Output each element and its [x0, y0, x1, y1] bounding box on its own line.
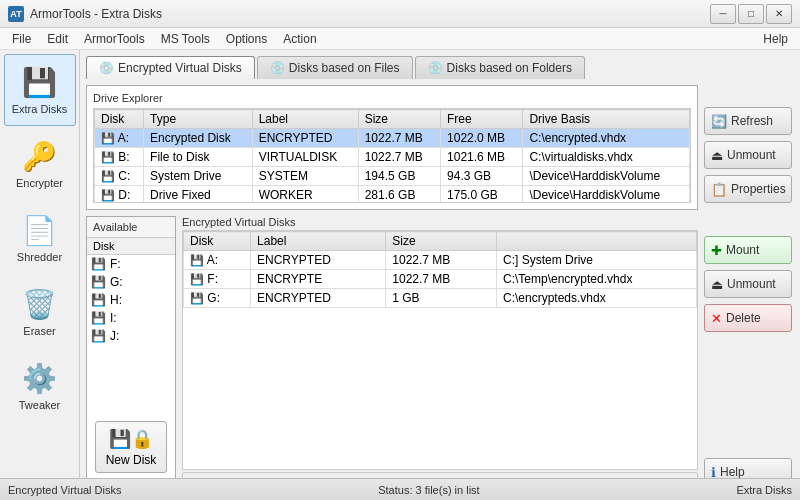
- drive-type: Drive Fixed: [144, 186, 253, 204]
- disk-letter: G:: [110, 275, 123, 289]
- encrypted-disks-panel: Encrypted Virtual Disks Disk Label Size: [182, 216, 698, 486]
- properties-label: Properties: [731, 182, 786, 196]
- available-disk-item[interactable]: 💾G:: [87, 273, 175, 291]
- drive-table-row[interactable]: 💾 D: Drive Fixed WORKER 281.6 GB 175.0 G…: [95, 186, 690, 204]
- drive-free: 175.0 GB: [441, 186, 523, 204]
- shredder-icon: 📄: [22, 214, 57, 247]
- enc-label: ENCRYPTE: [251, 270, 386, 289]
- unmount-icon: ⏏: [711, 277, 723, 292]
- enc-col-disk[interactable]: Disk: [184, 232, 251, 251]
- tweaker-icon: ⚙️: [22, 362, 57, 395]
- col-disk[interactable]: Disk: [95, 110, 144, 129]
- enc-table-scroll[interactable]: Disk Label Size 💾 A: ENCRYPTED 1022.7 MB…: [182, 230, 698, 470]
- eraser-icon: 🗑️: [22, 288, 57, 321]
- spacer: [704, 338, 794, 452]
- sidebar-label-extra-disks: Extra Disks: [12, 103, 68, 115]
- enc-col-label[interactable]: Label: [251, 232, 386, 251]
- drive-type: Encrypted Disk: [144, 129, 253, 148]
- title-text: ArmorTools - Extra Disks: [30, 7, 162, 21]
- refresh-button[interactable]: 🔄 Refresh: [704, 107, 792, 135]
- tab-encrypted-virtual-label: Encrypted Virtual Disks: [118, 61, 242, 75]
- delete-button[interactable]: ✕ Delete: [704, 304, 792, 332]
- available-title: Available: [87, 217, 175, 238]
- minimize-button[interactable]: ─: [710, 4, 736, 24]
- menu-file[interactable]: File: [4, 30, 39, 48]
- drive-table-row[interactable]: 💾 B: File to Disk VIRTUALDISK 1022.7 MB …: [95, 148, 690, 167]
- available-list[interactable]: 💾F:💾G:💾H:💾I:💾J:: [87, 255, 175, 409]
- drive-disk: 💾 A:: [95, 129, 144, 148]
- menu-mstools[interactable]: MS Tools: [153, 30, 218, 48]
- menu-items: File Edit ArmorTools MS Tools Options Ac…: [4, 30, 325, 48]
- menu-action[interactable]: Action: [275, 30, 324, 48]
- col-size[interactable]: Size: [358, 110, 440, 129]
- maximize-button[interactable]: □: [738, 4, 764, 24]
- properties-button[interactable]: 📋 Properties: [704, 175, 792, 203]
- drive-explorer-title: Drive Explorer: [93, 92, 691, 104]
- mount-button[interactable]: ✚ Mount: [704, 236, 792, 264]
- col-label[interactable]: Label: [252, 110, 358, 129]
- sidebar-item-tweaker[interactable]: ⚙️ Tweaker: [4, 350, 76, 422]
- top-right-buttons: 🔄 Refresh ⏏ Unmount 📋 Properties: [704, 85, 794, 210]
- drive-label: ENCRYPTED: [252, 129, 358, 148]
- close-button[interactable]: ✕: [766, 4, 792, 24]
- drive-table-row[interactable]: 💾 C: System Drive SYSTEM 194.5 GB 94.3 G…: [95, 167, 690, 186]
- available-disk-item[interactable]: 💾H:: [87, 291, 175, 309]
- enc-basis: C:\encrypteds.vhdx: [497, 289, 697, 308]
- disk-letter: J:: [110, 329, 119, 343]
- tab-disks-folders-label: Disks based on Folders: [447, 61, 572, 75]
- col-basis[interactable]: Drive Basis: [523, 110, 690, 129]
- disk-letter: F:: [110, 257, 121, 271]
- unmount-top-icon: ⏏: [711, 148, 723, 163]
- drive-type: System Drive: [144, 167, 253, 186]
- main-layout: 💾 Extra Disks 🔑 Encrypter 📄 Shredder 🗑️ …: [0, 50, 800, 492]
- enc-table-row[interactable]: 💾 G: ENCRYPTED 1 GB C:\encrypteds.vhdx: [184, 289, 697, 308]
- disk-letter: I:: [110, 311, 117, 325]
- menu-help[interactable]: Help: [755, 30, 796, 48]
- new-disk-label: New Disk: [106, 453, 157, 467]
- unmount-top-label: Unmount: [727, 148, 776, 162]
- enc-table-row[interactable]: 💾 A: ENCRYPTED 1022.7 MB C:] System Driv…: [184, 251, 697, 270]
- menu-bar: File Edit ArmorTools MS Tools Options Ac…: [0, 28, 800, 50]
- enc-label: ENCRYPTED: [251, 289, 386, 308]
- mount-icon: ✚: [711, 243, 722, 258]
- available-col-header: Disk: [87, 238, 175, 255]
- encrypter-icon: 🔑: [22, 140, 57, 173]
- sidebar-item-extra-disks[interactable]: 💾 Extra Disks: [4, 54, 76, 126]
- tab-disks-folders-icon: 💿: [428, 61, 443, 75]
- col-free[interactable]: Free: [441, 110, 523, 129]
- enc-table-row[interactable]: 💾 F: ENCRYPTE 1022.7 MB C:\Temp\encrypte…: [184, 270, 697, 289]
- available-panel: Available Disk 💾F:💾G:💾H:💾I:💾J: 💾🔒 New Di…: [86, 216, 176, 486]
- sidebar-item-eraser[interactable]: 🗑️ Eraser: [4, 276, 76, 348]
- drive-table-row[interactable]: 💾 A: Encrypted Disk ENCRYPTED 1022.7 MB …: [95, 129, 690, 148]
- col-type[interactable]: Type: [144, 110, 253, 129]
- enc-col-size[interactable]: Size: [386, 232, 497, 251]
- unmount-button[interactable]: ⏏ Unmount: [704, 270, 792, 298]
- enc-disk: 💾 F:: [184, 270, 251, 289]
- sidebar-item-shredder[interactable]: 📄 Shredder: [4, 202, 76, 274]
- enc-size: 1 GB: [386, 289, 497, 308]
- tab-disks-folders[interactable]: 💿 Disks based on Folders: [415, 56, 585, 79]
- unmount-top-button[interactable]: ⏏ Unmount: [704, 141, 792, 169]
- drive-type: File to Disk: [144, 148, 253, 167]
- sidebar-item-encrypter[interactable]: 🔑 Encrypter: [4, 128, 76, 200]
- properties-icon: 📋: [711, 182, 727, 197]
- available-disk-item[interactable]: 💾J:: [87, 327, 175, 345]
- menu-armortools[interactable]: ArmorTools: [76, 30, 153, 48]
- drive-basis: \Device\HarddiskVolume: [523, 167, 690, 186]
- tab-disks-files[interactable]: 💿 Disks based on Files: [257, 56, 413, 79]
- drive-table-scroll[interactable]: Disk Type Label Size Free Drive Basis 💾 …: [93, 108, 691, 203]
- app-icon: AT: [8, 6, 24, 22]
- drive-label: SYSTEM: [252, 167, 358, 186]
- drive-size: 194.5 GB: [358, 167, 440, 186]
- tab-disks-files-icon: 💿: [270, 61, 285, 75]
- top-row: Drive Explorer Disk Type Label Size Free…: [86, 85, 794, 210]
- available-disk-item[interactable]: 💾I:: [87, 309, 175, 327]
- menu-edit[interactable]: Edit: [39, 30, 76, 48]
- tab-encrypted-virtual[interactable]: 💿 Encrypted Virtual Disks: [86, 56, 255, 79]
- disk-letter: H:: [110, 293, 122, 307]
- available-disk-item[interactable]: 💾F:: [87, 255, 175, 273]
- enc-disk: 💾 A:: [184, 251, 251, 270]
- new-disk-button[interactable]: 💾🔒 New Disk: [95, 421, 167, 473]
- drive-size: 281.6 GB: [358, 186, 440, 204]
- menu-options[interactable]: Options: [218, 30, 275, 48]
